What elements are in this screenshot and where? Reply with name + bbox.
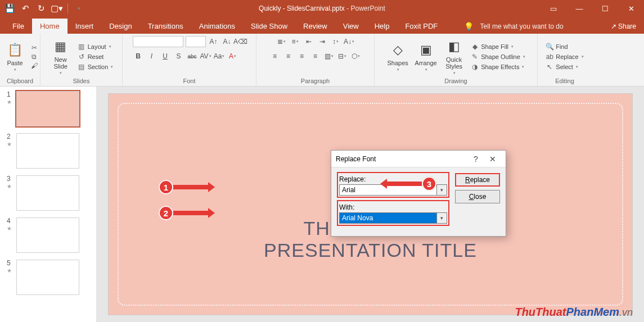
increase-font-icon[interactable]: A↑ (208, 36, 219, 47)
cut-icon[interactable]: ✂ (30, 44, 38, 52)
arrange-icon: ▣ (420, 42, 432, 58)
align-center-icon[interactable]: ≡ (283, 51, 294, 62)
reset-button[interactable]: ↺Reset (76, 52, 115, 61)
ribbon-display-options-icon[interactable]: ▭ (541, 0, 566, 17)
font-size-select[interactable] (186, 36, 206, 47)
slide-thumbnails-panel: 1★ 2★ 3★ 4★ 5★ (0, 87, 97, 322)
align-right-icon[interactable]: ≡ (296, 51, 308, 62)
paste-button[interactable]: 📋 Paste▾ (2, 42, 28, 72)
doc-name: Quickly - SlidesCarnival.pptx (259, 4, 345, 12)
dialog-titlebar[interactable]: Replace Font ? ✕ (331, 151, 506, 167)
redo-icon[interactable]: ↻ (35, 2, 47, 15)
tab-slideshow[interactable]: Slide Show (243, 19, 295, 34)
tab-file[interactable]: File (4, 19, 32, 34)
shapes-button[interactable]: ◇Shapes▾ (385, 42, 411, 72)
new-slide-button[interactable]: ▦ New Slide▾ (48, 38, 74, 75)
char-spacing-button[interactable]: AV▾ (200, 51, 211, 62)
columns-icon[interactable]: ▥▾ (323, 51, 335, 62)
indent-inc-icon[interactable]: ⇥ (317, 36, 328, 47)
format-painter-icon[interactable]: 🖌 (30, 62, 38, 70)
thumbnail-slide-3[interactable] (16, 175, 79, 211)
replace-button[interactable]: abReplace▾ (544, 52, 585, 61)
chevron-down-icon[interactable]: ▾ (437, 184, 447, 196)
thumbnail-slide-5[interactable] (16, 260, 79, 295)
paste-icon: 📋 (7, 42, 22, 58)
align-text-icon[interactable]: ⊟▾ (337, 51, 348, 62)
group-drawing: ◇Shapes▾ ▣Arrange▾ ◧Quick Styles▾ ◆Shape… (375, 34, 538, 86)
indent-dec-icon[interactable]: ⇤ (303, 36, 314, 47)
bold-button[interactable]: B (133, 51, 144, 62)
text-direction-icon[interactable]: A↓▾ (344, 36, 355, 47)
shape-effects-button[interactable]: ◑Shape Effects▾ (469, 62, 527, 71)
arrange-button[interactable]: ▣Arrange▾ (413, 42, 439, 72)
line-spacing-icon[interactable]: ↕▾ (330, 36, 341, 47)
font-name-select[interactable] (133, 36, 183, 47)
tell-me-input[interactable]: Tell me what you want to do (480, 22, 564, 30)
thumbnail-slide-4[interactable] (16, 217, 79, 253)
decrease-font-icon[interactable]: A↓ (222, 36, 233, 47)
tab-insert[interactable]: Insert (67, 19, 102, 34)
start-from-beginning-icon[interactable]: ▢▾ (51, 2, 63, 15)
dialog-title: Replace Font (336, 155, 467, 163)
close-icon[interactable]: ✕ (484, 155, 501, 164)
callout-1: 1 (159, 180, 209, 194)
quick-styles-button[interactable]: ◧Quick Styles▾ (441, 38, 467, 75)
tab-view[interactable]: View (335, 19, 367, 34)
layout-button[interactable]: ▥Layout▾ (76, 42, 115, 51)
find-button[interactable]: 🔍Find (544, 42, 585, 51)
replace-action-button[interactable]: Replace (455, 173, 500, 187)
quick-styles-icon: ◧ (448, 38, 460, 55)
fill-icon: ◆ (471, 43, 479, 51)
font-color-button[interactable]: A▾ (227, 51, 238, 62)
maximize-button[interactable]: ☐ (592, 0, 618, 17)
lightbulb-icon: 💡 (464, 22, 474, 31)
select-button[interactable]: ↖Select▾ (544, 62, 585, 71)
share-button[interactable]: ↗ Share (611, 22, 636, 30)
group-editing: 🔍Find abReplace▾ ↖Select▾ Editing (538, 34, 592, 86)
tab-animations[interactable]: Animations (191, 19, 243, 34)
undo-icon[interactable]: ↶ (19, 2, 31, 15)
section-icon: ▤ (78, 63, 85, 71)
align-left-icon[interactable]: ≡ (269, 51, 281, 62)
title-bar: 💾 ↶ ↻ ▢▾ Quickly - SlidesCarnival.pptx -… (0, 0, 644, 17)
close-action-button[interactable]: Close (455, 190, 500, 203)
smartart-icon[interactable]: ⬡▾ (350, 51, 362, 62)
justify-icon[interactable]: ≡ (310, 51, 321, 62)
watermark: ThuThuatPhanMem.vn (515, 306, 633, 319)
strike-button[interactable]: abc (187, 51, 198, 62)
group-slides: ▦ New Slide▾ ▥Layout▾ ↺Reset ▤Section▾ S… (40, 34, 123, 86)
with-font-select[interactable]: Arial Nova (339, 212, 437, 224)
tab-transitions[interactable]: Transitions (140, 19, 191, 34)
underline-button[interactable]: U (160, 51, 171, 62)
ribbon-tabs: File Home Insert Design Transitions Anim… (0, 17, 644, 34)
numbering-icon[interactable]: ≡▾ (290, 36, 301, 47)
section-button[interactable]: ▤Section▾ (76, 62, 115, 71)
help-icon[interactable]: ? (467, 155, 484, 164)
save-icon[interactable]: 💾 (3, 2, 16, 15)
tab-home[interactable]: Home (32, 19, 67, 34)
tab-foxit[interactable]: Foxit PDF (397, 19, 445, 34)
chevron-down-icon[interactable]: ▾ (437, 212, 447, 224)
minimize-button[interactable]: — (566, 0, 592, 17)
shape-fill-button[interactable]: ◆Shape Fill▾ (469, 42, 527, 51)
shape-outline-button[interactable]: ✎Shape Outline▾ (469, 52, 527, 61)
group-font: A↑ A↓ A⌫ B I U S abc AV▾ Aa▾ A▾ Font (123, 34, 256, 86)
quick-access-toolbar: 💾 ↶ ↻ ▢▾ (0, 2, 85, 15)
app-name: PowerPoint (351, 4, 385, 12)
callout-2: 2 (159, 206, 209, 220)
copy-icon[interactable]: ⧉ (30, 53, 38, 61)
close-button[interactable]: ✕ (618, 0, 644, 17)
shadow-button[interactable]: S (173, 51, 184, 62)
clear-format-icon[interactable]: A⌫ (235, 36, 246, 47)
thumbnail-slide-1[interactable] (16, 91, 79, 126)
tab-help[interactable]: Help (367, 19, 398, 34)
thumbnail-slide-2[interactable] (16, 133, 79, 169)
window-controls: ▭ — ☐ ✕ (541, 0, 644, 17)
tab-review[interactable]: Review (295, 19, 335, 34)
replace-font-dialog: Replace Font ? ✕ Replace: Arial ▾ With: (331, 150, 506, 237)
tab-design[interactable]: Design (101, 19, 139, 34)
change-case-button[interactable]: Aa▾ (214, 51, 225, 62)
customize-qat-icon[interactable] (73, 2, 85, 15)
bullets-icon[interactable]: ≣▾ (276, 36, 287, 47)
italic-button[interactable]: I (146, 51, 157, 62)
